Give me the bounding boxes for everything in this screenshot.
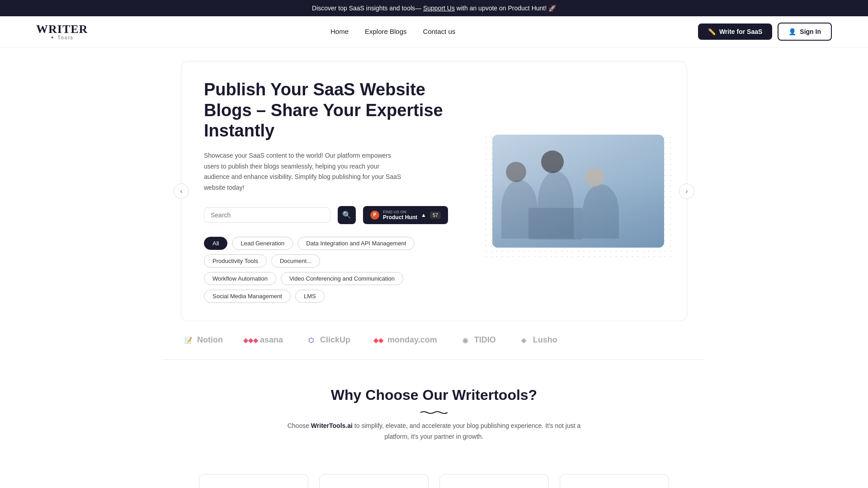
brand-monday: ◈◈ monday.com: [373, 335, 437, 346]
ph-upvote-icon: ▲: [421, 212, 426, 218]
monday-label: monday.com: [387, 335, 437, 345]
logo-tools: ✦ Tools: [36, 35, 88, 40]
signin-button[interactable]: 👤 Sign In: [778, 23, 832, 41]
search-button[interactable]: 🔍: [338, 206, 356, 224]
wave-decoration: [420, 408, 448, 412]
feature-card-3: 🤜: [439, 474, 549, 488]
hero-description: Showcase your SaaS content to the world!…: [204, 150, 403, 193]
product-hunt-badge[interactable]: P FIND US ON Product Hunt ▲ 57: [363, 206, 448, 224]
top-banner: Discover top SaaS insights and tools— Su…: [0, 0, 868, 16]
tidio-label: TIDIO: [474, 335, 496, 345]
write-icon: ✏️: [708, 28, 716, 35]
search-input[interactable]: [211, 211, 324, 219]
feature-card-2: 🤝: [319, 474, 429, 488]
navbar: WRITER ✦ Tools Home Explore Blogs Contac…: [0, 16, 868, 47]
nav-links: Home Explore Blogs Contact us: [330, 28, 455, 36]
brand-lusho: ◈ Lusho: [519, 335, 557, 346]
user-icon: 👤: [788, 28, 796, 35]
banner-suffix: with an upvote on Product Hunt! 🚀: [457, 5, 556, 12]
ph-count: 57: [430, 211, 441, 219]
feature-cards: 📋 🤝 🤜 ⭐: [163, 474, 705, 488]
brand-notion: 📝 Notion: [183, 335, 223, 346]
filter-data-integration[interactable]: Data Integration and API Management: [297, 237, 415, 250]
why-description: Choose WriterTools.ai to simplify, eleva…: [276, 421, 592, 442]
hero-image: [492, 135, 664, 248]
ph-find-text: FIND US ON: [383, 210, 417, 214]
nav-actions: ✏️ Write for SaaS 👤 Sign In: [698, 23, 832, 41]
filter-row-2: Workflow Automation Video Conferencing a…: [204, 272, 465, 303]
search-box: [204, 207, 330, 223]
why-desc-before: Choose: [288, 422, 311, 429]
write-saas-button[interactable]: ✏️ Write for SaaS: [698, 23, 772, 40]
filter-lms[interactable]: LMS: [295, 290, 325, 303]
filter-productivity[interactable]: Productivity Tools: [204, 254, 267, 267]
notion-label: Notion: [197, 335, 223, 345]
tidio-icon: ◉: [460, 335, 471, 346]
brand-clickup: ⬡ ClickUp: [306, 335, 350, 346]
head-1: [506, 162, 526, 182]
logo-writer: WRITER: [36, 23, 88, 35]
signin-label: Sign In: [800, 28, 821, 35]
why-desc-after: to simplify, elevate, and accelerate you…: [353, 422, 580, 440]
write-saas-label: Write for SaaS: [719, 28, 762, 35]
feature-card-1: 📋: [199, 474, 308, 488]
feature-card-4: ⭐: [560, 474, 669, 488]
photo-overlay: [492, 135, 664, 248]
filter-all[interactable]: All: [204, 237, 227, 250]
search-icon: 🔍: [342, 211, 351, 219]
nav-home[interactable]: Home: [330, 28, 349, 35]
hero-right: [492, 135, 664, 248]
lusho-icon: ◈: [519, 335, 529, 346]
brand-tidio: ◉ TIDIO: [460, 335, 496, 346]
brand-asana: ◆◆◆ asana: [245, 335, 283, 346]
ph-logo-icon: P: [370, 211, 379, 220]
hero-section: ‹ › Publish Your SaaS Website Blogs – Sh…: [181, 61, 687, 321]
ph-product-name: Product Hunt: [383, 214, 417, 221]
logo: WRITER ✦ Tools: [36, 23, 88, 40]
hero-left: Publish Your SaaS Website Blogs – Share …: [204, 80, 465, 303]
filter-document[interactable]: Document...: [271, 254, 320, 267]
filter-workflow[interactable]: Workflow Automation: [204, 272, 276, 285]
lusho-label: Lusho: [533, 335, 557, 345]
banner-link[interactable]: Support Us: [423, 5, 455, 12]
why-choose-section: Why Choose Our Writertools? Choose Write…: [0, 360, 868, 474]
asana-label: asana: [260, 335, 283, 345]
nav-contact[interactable]: Contact us: [423, 28, 456, 35]
why-title: Why Choose Our Writertools?: [36, 387, 832, 404]
asana-icon: ◆◆◆: [245, 335, 256, 346]
head-3: [585, 168, 604, 187]
why-brand-name: WriterTools.ai: [311, 422, 353, 429]
clickup-icon: ⬡: [306, 335, 316, 346]
brand-logo-strip: 📝 Notion ◆◆◆ asana ⬡ ClickUp ◈◈ monday.c…: [181, 335, 687, 346]
search-row: 🔍 P FIND US ON Product Hunt ▲ 57: [204, 206, 465, 224]
clickup-label: ClickUp: [320, 335, 350, 345]
monday-icon: ◈◈: [373, 335, 384, 346]
hero-title: Publish Your SaaS Website Blogs – Share …: [204, 80, 465, 141]
notion-icon: 📝: [183, 335, 193, 346]
banner-text: Discover top SaaS insights and tools—: [312, 5, 421, 12]
filter-row-1: All Lead Generation Data Integration and…: [204, 237, 465, 267]
filter-social-media[interactable]: Social Media Management: [204, 290, 291, 303]
filter-video-conf[interactable]: Video Conferencing and Communication: [281, 272, 403, 285]
nav-explore[interactable]: Explore Blogs: [365, 28, 407, 35]
ph-text: FIND US ON Product Hunt: [383, 210, 417, 221]
carousel-prev-button[interactable]: ‹: [174, 183, 189, 199]
carousel-next-button[interactable]: ›: [679, 183, 694, 199]
head-2: [541, 150, 564, 173]
filter-lead-generation[interactable]: Lead Generation: [232, 237, 293, 250]
